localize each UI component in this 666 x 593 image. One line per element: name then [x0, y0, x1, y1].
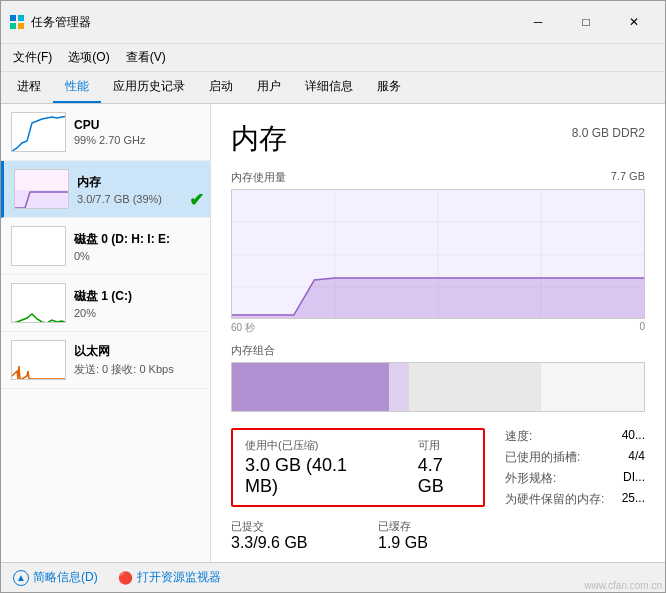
usage-chart-label: 内存使用量 7.7 GB	[231, 170, 645, 185]
right-stat-form: 外形规格: DI...	[505, 470, 645, 487]
speed-value: 40...	[622, 428, 645, 445]
highlighted-stats: 使用中(已压缩) 3.0 GB (40.1 MB) 可用 4.7 GB	[231, 428, 485, 507]
menu-options[interactable]: 选项(O)	[60, 46, 117, 69]
panel-header: 内存 8.0 GB DDR2	[231, 120, 645, 158]
monitor-button[interactable]: 🔴 打开资源监视器	[118, 569, 221, 586]
memory-title: 内存	[77, 174, 200, 191]
title-bar-left: 任务管理器	[9, 14, 91, 31]
cpu-title: CPU	[74, 118, 200, 132]
composition-bar	[231, 362, 645, 412]
maximize-button[interactable]: □	[563, 7, 609, 37]
ethernet-info: 以太网 发送: 0 接收: 0 Kbps	[74, 343, 200, 377]
svg-rect-1	[18, 15, 24, 21]
stats-grid: 已提交 3.3/9.6 GB 已缓存 1.9 GB 分页缓冲池 555 MB	[231, 519, 485, 562]
panel-spec: 8.0 GB DDR2	[572, 126, 645, 140]
monitor-label: 打开资源监视器	[137, 569, 221, 586]
time-end: 0	[639, 321, 645, 335]
app-icon	[9, 14, 25, 30]
cached-value: 1.9 GB	[378, 534, 485, 552]
usage-label-text: 内存使用量	[231, 170, 286, 185]
disk0-title: 磁盘 0 (D: H: I: E:	[74, 231, 200, 248]
summary-icon: ▲	[13, 570, 29, 586]
sidebar: CPU 99% 2.70 GHz 内存 3.0/7.7 GB (39%) ✔	[1, 104, 211, 562]
menu-file[interactable]: 文件(F)	[5, 46, 60, 69]
memory-info: 内存 3.0/7.7 GB (39%)	[77, 174, 200, 205]
stat-cached: 已缓存 1.9 GB	[378, 519, 485, 552]
active-check-icon: ✔	[189, 189, 204, 211]
nonpaged-pool-label: 非分页缓冲池	[378, 560, 485, 562]
ethernet-subtitle: 发送: 0 接收: 0 Kbps	[74, 362, 200, 377]
usage-value-text: 7.7 GB	[611, 170, 645, 185]
speed-label: 速度:	[505, 428, 532, 445]
available-value: 4.7 GB	[418, 455, 471, 497]
available-label: 可用	[418, 438, 471, 453]
disk1-subtitle: 20%	[74, 307, 200, 319]
stat-available: 可用 4.7 GB	[418, 438, 471, 497]
comp-used	[232, 363, 389, 411]
menu-bar: 文件(F) 选项(O) 查看(V)	[1, 44, 665, 72]
window-controls: ─ □ ✕	[515, 7, 657, 37]
reserved-value: 25...	[622, 491, 645, 508]
tab-users[interactable]: 用户	[245, 72, 293, 103]
time-start: 60 秒	[231, 321, 255, 335]
form-label: 外形规格:	[505, 470, 556, 487]
committed-value: 3.3/9.6 GB	[231, 534, 338, 552]
cached-label: 已缓存	[378, 519, 485, 534]
sidebar-item-memory[interactable]: 内存 3.0/7.7 GB (39%) ✔	[1, 161, 210, 218]
tab-performance[interactable]: 性能	[53, 72, 101, 103]
stat-committed: 已提交 3.3/9.6 GB	[231, 519, 338, 552]
svg-rect-2	[10, 23, 16, 29]
disk1-info: 磁盘 1 (C:) 20%	[74, 288, 200, 319]
panel-title: 内存	[231, 120, 287, 158]
stat-used: 使用中(已压缩) 3.0 GB (40.1 MB)	[245, 438, 378, 497]
cpu-info: CPU 99% 2.70 GHz	[74, 118, 200, 146]
right-panel: 内存 8.0 GB DDR2 内存使用量 7.7 GB	[211, 104, 665, 562]
comp-free	[541, 363, 644, 411]
usage-chart-section: 内存使用量 7.7 GB	[231, 170, 645, 335]
memory-subtitle: 3.0/7.7 GB (39%)	[77, 193, 200, 205]
right-stat-speed: 速度: 40...	[505, 428, 645, 445]
sidebar-item-ethernet[interactable]: 以太网 发送: 0 接收: 0 Kbps	[1, 332, 210, 389]
disk0-subtitle: 0%	[74, 250, 200, 262]
disk1-title: 磁盘 1 (C:)	[74, 288, 200, 305]
cpu-mini-graph	[11, 112, 66, 152]
tab-startup[interactable]: 启动	[197, 72, 245, 103]
window-title: 任务管理器	[31, 14, 91, 31]
sidebar-item-disk0[interactable]: 磁盘 0 (D: H: I: E: 0%	[1, 218, 210, 275]
tab-process[interactable]: 进程	[5, 72, 53, 103]
slots-value: 4/4	[628, 449, 645, 466]
monitor-icon: 🔴	[118, 571, 133, 585]
svg-rect-0	[10, 15, 16, 21]
menu-view[interactable]: 查看(V)	[118, 46, 174, 69]
tab-bar: 进程 性能 应用历史记录 启动 用户 详细信息 服务	[1, 72, 665, 104]
panel-title-block: 内存	[231, 120, 287, 158]
used-label: 使用中(已压缩)	[245, 438, 378, 453]
close-button[interactable]: ✕	[611, 7, 657, 37]
summary-button[interactable]: ▲ 简略信息(D)	[13, 569, 98, 586]
sidebar-item-disk1[interactable]: 磁盘 1 (C:) 20%	[1, 275, 210, 332]
tab-app-history[interactable]: 应用历史记录	[101, 72, 197, 103]
svg-rect-3	[18, 23, 24, 29]
reserved-label: 为硬件保留的内存:	[505, 491, 604, 508]
chart-time-label: 60 秒 0	[231, 321, 645, 335]
composition-label: 内存组合	[231, 343, 645, 358]
svg-rect-4	[15, 190, 69, 209]
task-manager-window: 任务管理器 ─ □ ✕ 文件(F) 选项(O) 查看(V) 进程 性能 应用历史…	[0, 0, 666, 593]
used-value: 3.0 GB (40.1 MB)	[245, 455, 378, 497]
ethernet-title: 以太网	[74, 343, 200, 360]
usage-chart	[231, 189, 645, 319]
minimize-button[interactable]: ─	[515, 7, 561, 37]
right-stat-reserved: 为硬件保留的内存: 25...	[505, 491, 645, 508]
ethernet-mini-graph	[11, 340, 66, 380]
disk1-mini-graph	[11, 283, 66, 323]
right-stat-slots: 已使用的插槽: 4/4	[505, 449, 645, 466]
stats-left: 使用中(已压缩) 3.0 GB (40.1 MB) 可用 4.7 GB 已提交 …	[231, 428, 485, 562]
tab-details[interactable]: 详细信息	[293, 72, 365, 103]
comp-standby	[409, 363, 541, 411]
summary-label: 简略信息(D)	[33, 569, 98, 586]
lower-section: 使用中(已压缩) 3.0 GB (40.1 MB) 可用 4.7 GB 已提交 …	[231, 428, 645, 562]
tab-services[interactable]: 服务	[365, 72, 413, 103]
title-bar: 任务管理器 ─ □ ✕	[1, 1, 665, 44]
stat-nonpaged-pool: 非分页缓冲池 287 MB	[378, 560, 485, 562]
sidebar-item-cpu[interactable]: CPU 99% 2.70 GHz	[1, 104, 210, 161]
